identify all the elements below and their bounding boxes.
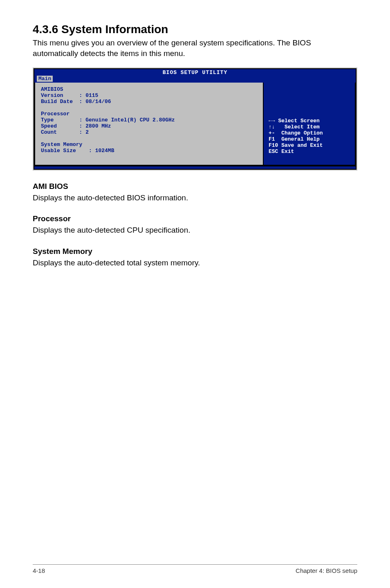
help-select-item: Select Item: [275, 124, 320, 130]
bios-usable-value: 1024MB: [95, 148, 114, 154]
body-system-memory: Displays the auto-detected total system …: [33, 258, 357, 268]
bios-speed-label: Speed: [41, 123, 57, 129]
footer-page-number: 4-18: [33, 567, 45, 574]
intro-text: This menu gives you an overview of the g…: [33, 38, 357, 58]
page-body: 4.3.6 System Information This menu gives…: [0, 0, 390, 268]
bios-processor-label: Processor: [41, 111, 69, 117]
arrows-ud-icon: ↑↓: [269, 124, 275, 130]
body-processor: Displays the auto-detected CPU specifica…: [33, 225, 357, 236]
bios-version-value: 0115: [85, 92, 98, 99]
subhead-ami-bios: AMI BIOS: [33, 182, 357, 191]
bios-right-pane: ←→ Select Screen ↑↓ Select Item +- Chang…: [264, 83, 356, 165]
bios-type-value: Genuine Intel(R) CPU 2.80GHz: [85, 117, 175, 123]
bios-speed-value: 2800 MHz: [85, 123, 111, 129]
bios-help-keys: ←→ Select Screen ↑↓ Select Item +- Chang…: [269, 118, 323, 155]
body-ami-bios: Displays the auto-detected BIOS informat…: [33, 193, 357, 203]
bios-window: BIOS SETUP UTILITY Main AMIBIOS Version …: [33, 67, 357, 170]
help-save-exit: F10 Save and Exit: [269, 142, 323, 148]
bios-builddate-label: Build Date: [41, 99, 73, 105]
subhead-system-memory: System Memory: [33, 247, 357, 256]
bios-tabs: Main: [34, 76, 356, 83]
section-title: 4.3.6 System Information: [33, 23, 357, 36]
bios-sysmem-label: System Memory: [41, 141, 82, 148]
help-esc-exit: ESC Exit: [269, 148, 294, 155]
bios-count-label: Count: [41, 129, 57, 135]
bios-amibios-label: AMIBIOS: [41, 86, 63, 92]
help-general-help: F1 General Help: [269, 136, 320, 142]
bios-builddate-value: 08/14/06: [85, 99, 111, 105]
help-select-screen: Select Screen: [275, 118, 320, 124]
bios-title: BIOS SETUP UTILITY: [34, 69, 356, 76]
bios-version-label: Version: [41, 92, 63, 99]
bios-count-value: 2: [85, 129, 89, 135]
bios-body: AMIBIOS Version : 0115 Build Date : 08/1…: [34, 83, 356, 165]
bios-type-label: Type: [41, 117, 54, 123]
footer-rule: [33, 564, 357, 565]
page-footer: 4-18 Chapter 4: BIOS setup: [0, 564, 390, 574]
help-change-option: +- Change Option: [269, 130, 323, 136]
subhead-processor: Processor: [33, 214, 357, 223]
bios-usable-label: Usable Size: [41, 148, 76, 154]
arrows-lr-icon: ←→: [269, 118, 275, 124]
bios-footer-bar: [34, 166, 356, 169]
bios-left-pane: AMIBIOS Version : 0115 Build Date : 08/1…: [34, 83, 264, 165]
bios-tab-main[interactable]: Main: [37, 76, 53, 82]
footer-chapter: Chapter 4: BIOS setup: [296, 567, 357, 574]
